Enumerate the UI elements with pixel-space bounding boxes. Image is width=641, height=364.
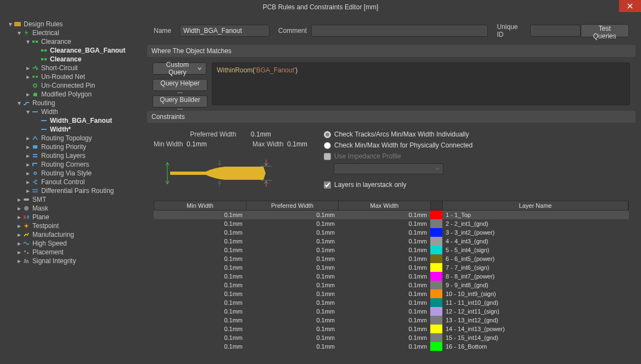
cell-pref[interactable]: 0.1mm — [246, 317, 338, 323]
col-layer-header[interactable]: Layer Name — [443, 201, 628, 210]
cell-pref[interactable]: 0.1mm — [246, 212, 338, 218]
cell-min[interactable]: 0.1mm — [154, 326, 246, 332]
tree-mask[interactable]: ▸Mask — [16, 204, 142, 213]
tree-clearance-2[interactable]: Clearance — [34, 55, 142, 64]
query-helper-button[interactable]: Query Helper ... — [153, 79, 207, 91]
query-builder-button[interactable]: Query Builder ... — [153, 95, 207, 107]
cell-max[interactable]: 0.1mm — [338, 282, 430, 288]
cell-min[interactable]: 0.1mm — [154, 212, 246, 218]
cell-layer[interactable]: 5 - 5_int4_(sign) — [442, 247, 629, 253]
query-mode-dropdown[interactable]: Custom Query — [153, 62, 206, 75]
cell-layer[interactable]: 1 - 1_Top — [442, 212, 629, 218]
cell-min[interactable]: 0.1mm — [154, 299, 246, 306]
tree-smt[interactable]: ▸SMT — [16, 195, 142, 204]
table-row[interactable]: 0.1mm0.1mm0.1mm1 - 1_Top — [154, 211, 629, 219]
col-max-header[interactable]: Max Width — [339, 201, 431, 210]
cell-max[interactable]: 0.1mm — [338, 264, 430, 271]
cell-layer[interactable]: 11 - 11_int10_(gnd) — [442, 299, 629, 306]
cell-min[interactable]: 0.1mm — [154, 343, 246, 350]
cell-layer[interactable]: 10 - 10_int9_(sign) — [442, 291, 629, 297]
cell-min[interactable]: 0.1mm — [154, 317, 246, 323]
table-row[interactable]: 0.1mm0.1mm0.1mm12 - 12_int11_(sign) — [154, 307, 629, 316]
cell-min[interactable]: 0.1mm — [154, 255, 246, 262]
tree-electrical[interactable]: ▾Electrical — [16, 29, 142, 37]
table-row[interactable]: 0.1mm0.1mm0.1mm15 - 15_int14_(gnd) — [154, 333, 629, 342]
pref-width-value[interactable]: 0.1mm — [251, 130, 271, 138]
tree-routing-layers[interactable]: ▸Routing Layers — [25, 151, 142, 160]
tree-diff-pairs[interactable]: ▸Differential Pairs Routing — [25, 186, 142, 195]
cell-layer[interactable]: 2 - 2_int1_(gnd) — [442, 220, 629, 227]
cell-min[interactable]: 0.1mm — [154, 282, 246, 288]
table-row[interactable]: 0.1mm0.1mm0.1mm16 - 16_Bottom — [154, 342, 629, 351]
cell-max[interactable]: 0.1mm — [338, 255, 430, 262]
cell-pref[interactable]: 0.1mm — [246, 273, 338, 280]
cell-layer[interactable]: 4 - 4_int3_(gnd) — [442, 238, 629, 244]
min-width-value[interactable]: 0.1mm — [187, 140, 207, 148]
cell-pref[interactable]: 0.1mm — [246, 334, 338, 341]
cell-pref[interactable]: 0.1mm — [246, 299, 338, 306]
cell-pref[interactable]: 0.1mm — [246, 282, 338, 288]
cell-min[interactable]: 0.1mm — [154, 264, 246, 271]
cell-min[interactable]: 0.1mm — [154, 334, 246, 341]
cell-layer[interactable]: 6 - 6_int5_(power) — [442, 255, 629, 262]
cell-min[interactable]: 0.1mm — [154, 308, 246, 315]
table-row[interactable]: 0.1mm0.1mm0.1mm8 - 8_int7_(power) — [154, 272, 629, 281]
cell-layer[interactable]: 12 - 12_int11_(sign) — [442, 308, 629, 315]
table-row[interactable]: 0.1mm0.1mm0.1mm4 - 4_int3_(gnd) — [154, 237, 629, 246]
tree-high-speed[interactable]: ▸High Speed — [16, 239, 142, 248]
max-width-value[interactable]: 0.1mm — [287, 140, 307, 148]
tree-width-star[interactable]: Width* — [34, 125, 142, 134]
cell-pref[interactable]: 0.1mm — [246, 326, 338, 332]
tree-fanout-control[interactable]: ▸Fanout Control — [25, 178, 142, 186]
cell-pref[interactable]: 0.1mm — [246, 343, 338, 350]
cell-max[interactable]: 0.1mm — [338, 212, 430, 218]
cell-max[interactable]: 0.1mm — [338, 291, 430, 297]
layer-table-body[interactable]: 0.1mm0.1mm0.1mm1 - 1_Top0.1mm0.1mm0.1mm2… — [154, 211, 629, 351]
cell-layer[interactable]: 9 - 9_int8_(gnd) — [442, 282, 629, 288]
table-row[interactable]: 0.1mm0.1mm0.1mm9 - 9_int8_(gnd) — [154, 281, 629, 289]
tree-routing-topology[interactable]: ▸Routing Topology — [25, 134, 142, 143]
table-row[interactable]: 0.1mm0.1mm0.1mm3 - 3_int2_(power) — [154, 228, 629, 237]
layers-in-stack-checkbox[interactable]: Layers in layerstack only — [324, 181, 629, 189]
cell-max[interactable]: 0.1mm — [338, 317, 430, 323]
cell-min[interactable]: 0.1mm — [154, 229, 246, 236]
table-row[interactable]: 0.1mm0.1mm0.1mm14 - 14_int13_(power) — [154, 325, 629, 333]
cell-pref[interactable]: 0.1mm — [246, 308, 338, 315]
tree-routing-priority[interactable]: ▸Routing Priority — [25, 143, 142, 151]
cell-max[interactable]: 0.1mm — [338, 220, 430, 227]
rules-tree[interactable]: ▾Design Rules ▾Electrical ▾Clearance Cle… — [5, 18, 143, 364]
tree-signal-integrity[interactable]: ▸Signal Integrity — [16, 257, 142, 265]
tree-plane[interactable]: ▸Plane — [16, 213, 142, 221]
test-queries-button[interactable]: Test Queries — [581, 24, 629, 37]
tree-unconnected-pin[interactable]: Un-Connected Pin — [25, 81, 142, 90]
tree-routing-via-style[interactable]: ▸Routing Via Style — [25, 169, 142, 178]
tree-routing[interactable]: ▾Routing — [16, 99, 142, 107]
col-pref-header[interactable]: Preferred Width — [246, 201, 339, 210]
name-input[interactable] — [179, 25, 269, 37]
table-row[interactable]: 0.1mm0.1mm0.1mm5 - 5_int4_(sign) — [154, 246, 629, 254]
cell-min[interactable]: 0.1mm — [154, 291, 246, 297]
cell-max[interactable]: 0.1mm — [338, 343, 430, 350]
cell-max[interactable]: 0.1mm — [338, 238, 430, 244]
tree-short-circuit[interactable]: ▸Short-Circuit — [25, 64, 142, 72]
cell-pref[interactable]: 0.1mm — [246, 238, 338, 244]
cell-max[interactable]: 0.1mm — [338, 308, 430, 315]
unique-id-input[interactable] — [530, 25, 581, 37]
cell-layer[interactable]: 15 - 15_int14_(gnd) — [442, 334, 629, 341]
cell-pref[interactable]: 0.1mm — [246, 229, 338, 236]
table-row[interactable]: 0.1mm0.1mm0.1mm10 - 10_int9_(sign) — [154, 289, 629, 298]
tree-placement[interactable]: ▸Placement — [16, 248, 142, 257]
cell-max[interactable]: 0.1mm — [338, 326, 430, 332]
cell-min[interactable]: 0.1mm — [154, 220, 246, 227]
table-row[interactable]: 0.1mm0.1mm0.1mm11 - 11_int10_(gnd) — [154, 298, 629, 307]
cell-max[interactable]: 0.1mm — [338, 247, 430, 253]
tree-width[interactable]: ▾Width — [25, 107, 142, 116]
tree-modified-polygon[interactable]: ▸Modified Polygon — [25, 90, 142, 99]
cell-pref[interactable]: 0.1mm — [246, 220, 338, 227]
table-row[interactable]: 0.1mm0.1mm0.1mm6 - 6_int5_(power) — [154, 254, 629, 263]
cell-layer[interactable]: 7 - 7_int6_(sign) — [442, 264, 629, 271]
cell-max[interactable]: 0.1mm — [338, 334, 430, 341]
check-individually-radio[interactable]: Check Tracks/Arcs Min/Max Width Individu… — [324, 130, 629, 138]
cell-max[interactable]: 0.1mm — [338, 229, 430, 236]
tree-routing-corners[interactable]: ▸Routing Corners — [25, 160, 142, 169]
